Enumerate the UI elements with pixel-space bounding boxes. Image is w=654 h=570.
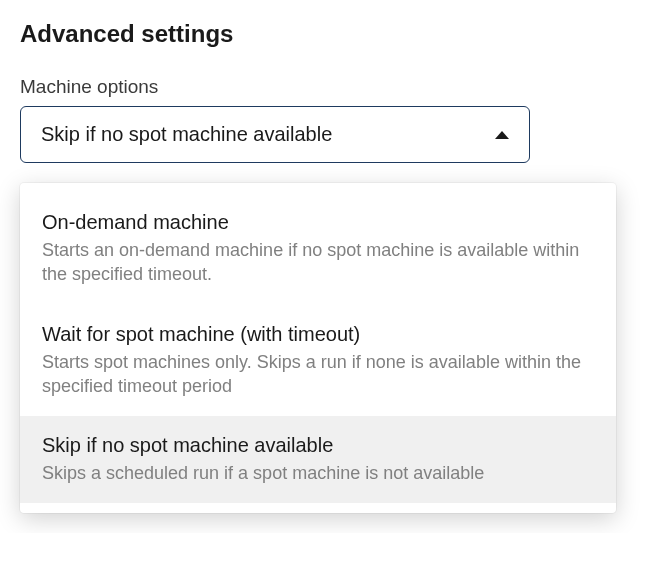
- option-title: Skip if no spot machine available: [42, 434, 594, 457]
- machine-option[interactable]: On-demand machineStarts an on-demand mac…: [20, 193, 616, 305]
- machine-option[interactable]: Skip if no spot machine availableSkips a…: [20, 416, 616, 503]
- machine-options-select[interactable]: Skip if no spot machine available: [20, 106, 530, 163]
- option-title: On-demand machine: [42, 211, 594, 234]
- select-value: Skip if no spot machine available: [41, 123, 332, 146]
- caret-up-icon: [495, 131, 509, 139]
- section-heading: Advanced settings: [20, 20, 634, 48]
- machine-options-dropdown: On-demand machineStarts an on-demand mac…: [20, 183, 616, 513]
- option-title: Wait for spot machine (with timeout): [42, 323, 594, 346]
- option-desc: Starts an on-demand machine if no spot m…: [42, 238, 594, 287]
- option-desc: Skips a scheduled run if a spot machine …: [42, 461, 594, 485]
- field-label-machine-options: Machine options: [20, 76, 634, 98]
- option-desc: Starts spot machines only. Skips a run i…: [42, 350, 594, 399]
- machine-option[interactable]: Wait for spot machine (with timeout)Star…: [20, 305, 616, 417]
